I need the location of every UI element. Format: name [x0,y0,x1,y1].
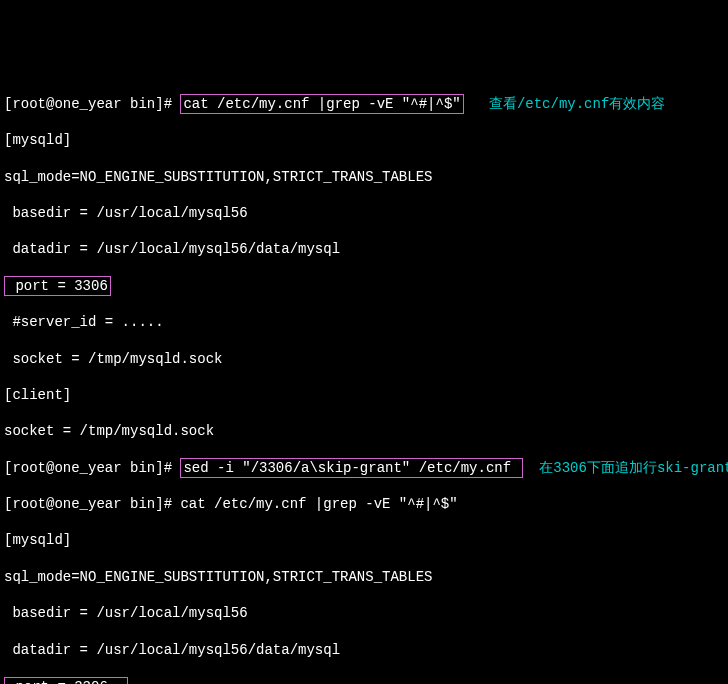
terminal-output[interactable]: [root@one_year bin]# cat /etc/my.cnf |gr… [4,77,724,684]
output-line: datadir = /usr/local/mysql56/data/mysql [4,240,724,258]
annotation-view-config: 查看/etc/my.cnf有效内容 [464,96,666,112]
shell-prompt: [root@one_year bin]# [4,96,180,112]
output-line: [mysqld] [4,531,724,549]
output-line: basedir = /usr/local/mysql56 [4,604,724,622]
command-cat-grep: cat /etc/my.cnf |grep -vE "^#|^$" [180,94,463,114]
output-line: basedir = /usr/local/mysql56 [4,204,724,222]
output-line: #server_id = ..... [4,313,724,331]
shell-prompt-cmd: [root@one_year bin]# cat /etc/my.cnf |gr… [4,495,724,513]
output-line: [client] [4,386,724,404]
output-line: [mysqld] [4,131,724,149]
output-port-line: port = 3306 [4,276,111,296]
annotation-append-skip-grant: 在3306下面追加行ski-grant [523,460,729,476]
output-line: datadir = /usr/local/mysql56/data/mysql [4,641,724,659]
output-port-skip-grant-box: port = 3306 skip-grant [4,677,128,684]
shell-prompt: [root@one_year bin]# [4,460,180,476]
output-line: sql_mode=NO_ENGINE_SUBSTITUTION,STRICT_T… [4,568,724,586]
output-line: sql_mode=NO_ENGINE_SUBSTITUTION,STRICT_T… [4,168,724,186]
command-sed: sed -i "/3306/a\skip-grant" /etc/my.cnf [180,458,522,478]
output-line: socket = /tmp/mysqld.sock [4,350,724,368]
output-line: socket = /tmp/mysqld.sock [4,422,724,440]
